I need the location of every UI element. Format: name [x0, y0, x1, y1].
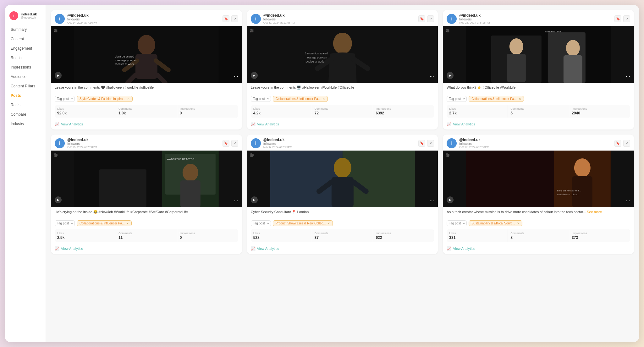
author-info-6: @indeed.uk followers Oct 17, 2024 at 2:5… [459, 138, 489, 149]
external-link-icon-6[interactable]: ↗ [623, 140, 630, 147]
bookmark-icon-2[interactable]: 🔖 [418, 15, 425, 22]
posts-grid: i @indeed.uk followers Oct 14, 2024 at 7… [51, 10, 634, 254]
bookmark-icon-5[interactable]: 🔖 [418, 140, 425, 147]
author-avatar-6: i [447, 138, 457, 148]
video-camera-icon-3: 🎥 [445, 29, 450, 33]
bookmark-icon-6[interactable]: 🔖 [614, 140, 621, 147]
tag-category-5[interactable]: Product Showcases & New Collec... ✕ [273, 220, 333, 226]
external-link-icon-4[interactable]: ↗ [231, 140, 238, 147]
bookmark-icon-3[interactable]: 🔖 [614, 15, 621, 22]
post-stats-5: Likes 528 Comments 37 Impressions 622 [251, 229, 434, 242]
view-analytics-3[interactable]: 📈 View Analytics [443, 119, 634, 129]
thumbnail-visual-2: 5 more tips scared message you can recei… [247, 26, 438, 83]
external-link-icon-2[interactable]: ↗ [427, 15, 434, 22]
view-analytics-1[interactable]: 📈 View Analytics [51, 119, 242, 129]
post-header-3: i @indeed.uk followers Nov 26, 2024 at 8… [443, 10, 634, 26]
stat-likes-6: Likes 331 [447, 229, 508, 242]
tag-type-select-1[interactable]: Tag post [55, 96, 75, 102]
play-button-2[interactable]: ▶ [251, 72, 258, 79]
post-card-4: i @indeed.uk followers Oct 15, 2024 at 7… [51, 135, 242, 254]
tag-type-select-6[interactable]: Tag post [447, 220, 467, 226]
sidebar-item-content[interactable]: Content [8, 35, 43, 43]
post-author-3: i @indeed.uk followers Nov 26, 2024 at 8… [447, 13, 490, 24]
external-link-icon-1[interactable]: ↗ [231, 15, 238, 22]
caption-text-4: He's crying on the inside 😂 #NewJob #Wor… [55, 210, 188, 214]
view-analytics-5[interactable]: 📈 View Analytics [247, 243, 438, 254]
sidebar-item-compare[interactable]: Compare [8, 110, 43, 119]
view-analytics-6[interactable]: 📈 View Analytics [443, 243, 634, 254]
more-options-4[interactable]: ⋯ [234, 198, 238, 203]
svg-text:don't be scared: don't be scared [115, 55, 134, 58]
bookmark-icon-4[interactable]: 🔖 [223, 140, 229, 147]
sidebar-item-engagement[interactable]: Engagement [8, 44, 43, 53]
tag-remove-4[interactable]: ✕ [126, 222, 129, 225]
play-button-5[interactable]: ▶ [251, 196, 258, 203]
svg-rect-2 [135, 54, 157, 79]
more-options-1[interactable]: ⋯ [234, 74, 238, 79]
more-options-3[interactable]: ⋯ [626, 74, 630, 79]
stat-likes-5: Likes 528 [251, 229, 312, 242]
view-analytics-2[interactable]: 📈 View Analytics [247, 119, 438, 129]
tag-type-select-5[interactable]: Tag post [251, 220, 271, 226]
see-more-6[interactable]: See more [587, 210, 602, 214]
external-link-icon-3[interactable]: ↗ [623, 15, 630, 22]
bookmark-icon-1[interactable]: 🔖 [223, 15, 229, 22]
author-info-4: @indeed.uk followers Oct 15, 2024 at 7:0… [67, 138, 97, 149]
tag-remove-5[interactable]: ✕ [328, 222, 330, 225]
sidebar-item-summary[interactable]: Summary [8, 25, 43, 34]
sidebar-item-industry[interactable]: Industry [8, 119, 43, 128]
post-caption-5: Cyber Security Consultant 📍 London [247, 207, 438, 218]
external-link-icon-5[interactable]: ↗ [427, 140, 434, 147]
post-caption-4: He's crying on the inside 😂 #NewJob #Wor… [51, 207, 242, 218]
post-card-1: i @indeed.uk followers Oct 14, 2024 at 7… [51, 10, 242, 129]
post-tags-6: Tag post Sustainability & Ethical Sourc.… [443, 218, 634, 228]
tag-type-select-2[interactable]: Tag post [251, 96, 271, 102]
svg-text:Wonderful Tips: Wonderful Tips [545, 30, 561, 33]
tag-remove-3[interactable]: ✕ [519, 97, 521, 101]
svg-text:Bring the Rock at work...: Bring the Rock at work... [557, 190, 581, 192]
post-card-3: i @indeed.uk followers Nov 26, 2024 at 8… [443, 10, 634, 129]
tag-remove-1[interactable]: ✕ [127, 97, 130, 101]
tag-category-6[interactable]: Sustainability & Ethical Sourc... ✕ [469, 220, 522, 226]
stat-impressions-4: Impressions 0 [177, 229, 238, 242]
sidebar-item-impressions[interactable]: Impressions [8, 63, 43, 72]
svg-text:candidates of colour...: candidates of colour... [557, 193, 579, 196]
author-followers-6: followers [459, 142, 489, 146]
main-content: i @indeed.uk followers Oct 14, 2024 at 7… [46, 5, 639, 342]
analytics-icon-5: 📈 [251, 246, 256, 251]
tag-category-4[interactable]: Collaborations & Influencer Pa... ✕ [77, 220, 132, 226]
sidebar-item-reels[interactable]: Reels [8, 101, 43, 109]
post-author-5: i @indeed.uk followers Nov 6, 2024 at 2:… [251, 138, 292, 149]
sidebar-item-audience[interactable]: Audience [8, 72, 43, 81]
sidebar-label-summary: Summary [11, 27, 27, 32]
stat-impressions-1: Impressions 0 [177, 105, 238, 118]
play-button-1[interactable]: ▶ [55, 72, 62, 79]
author-followers-2: followers [263, 18, 295, 21]
more-options-6[interactable]: ⋯ [626, 198, 630, 203]
more-options-5[interactable]: ⋯ [430, 198, 434, 203]
author-date-1: Oct 14, 2024 at 7:16PM [67, 21, 97, 24]
tag-remove-2[interactable]: ✕ [322, 97, 325, 101]
sidebar-item-content-pillars[interactable]: Content Pillars [8, 82, 43, 91]
post-stats-6: Likes 331 Comments 8 Impressions 373 [447, 229, 630, 242]
more-options-2[interactable]: ⋯ [430, 74, 434, 79]
stat-comments-1: Comments 1.0k [116, 105, 177, 118]
svg-point-11 [333, 33, 352, 54]
tag-type-select-4[interactable]: Tag post [55, 220, 75, 226]
tag-category-1[interactable]: Style Guides & Fashion Inspira... ✕ [77, 96, 133, 102]
tag-remove-6[interactable]: ✕ [517, 222, 520, 225]
thumbnail-visual-4: WATCH THE REACTOR [51, 151, 242, 207]
sidebar-item-posts[interactable]: Posts [8, 91, 43, 100]
play-button-4[interactable]: ▶ [55, 196, 62, 203]
stat-comments-5: Comments 37 [312, 229, 373, 242]
svg-text:WATCH THE REACTOR: WATCH THE REACTOR [167, 158, 195, 161]
tag-category-3[interactable]: Collaborations & Influencer Pa... ✕ [469, 96, 524, 102]
svg-rect-31 [99, 169, 146, 207]
tag-category-2[interactable]: Collaborations & Influencer Pa... ✕ [273, 96, 328, 102]
logo-site-name: indeed.uk [21, 12, 37, 16]
stat-likes-3: Likes 2.7k [447, 105, 508, 118]
sidebar-item-reach[interactable]: Reach [8, 53, 43, 62]
tag-type-select-3[interactable]: Tag post [447, 96, 467, 102]
view-analytics-4[interactable]: 📈 View Analytics [51, 243, 242, 254]
thumbnail-visual-1: don't be scared message you can receive … [51, 26, 242, 83]
